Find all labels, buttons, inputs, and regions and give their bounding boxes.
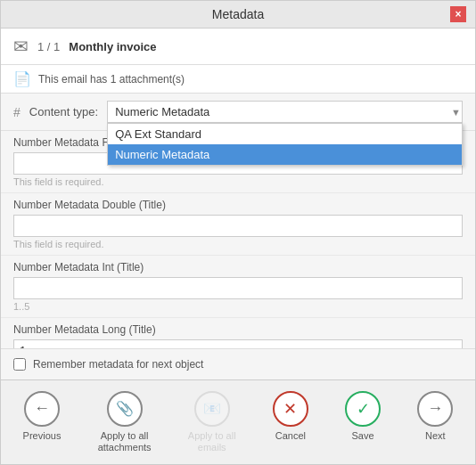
field-label-3: Number Metadata Long (Title) bbox=[13, 323, 463, 336]
footer: ← Previous 📎 Apply to allattachments 📧 A… bbox=[1, 379, 475, 464]
field-hint-1: This field is required. bbox=[13, 239, 463, 249]
content-type-section: # Content type: Numeric Metadata ▼ QA Ex… bbox=[1, 94, 475, 131]
document-icon: 📄 bbox=[13, 70, 31, 87]
previous-label: Previous bbox=[23, 430, 62, 442]
field-group-2: Number Metadata Int (Title) 1..5 bbox=[1, 256, 475, 318]
content-type-dropdown: QA Ext Standard Numeric Metadata bbox=[107, 123, 463, 166]
cancel-label: Cancel bbox=[275, 430, 306, 442]
metadata-dialog: Metadata × ✉ 1 / 1 Monthly invoice 📄 Thi… bbox=[0, 0, 476, 465]
previous-button[interactable]: ← Previous bbox=[14, 388, 70, 457]
field-hint-2: 1..5 bbox=[13, 301, 463, 312]
content-type-select-container: Numeric Metadata ▼ QA Ext Standard Numer… bbox=[107, 101, 463, 123]
content-type-row: # Content type: Numeric Metadata ▼ QA Ex… bbox=[1, 94, 475, 131]
apply-emails-label: Apply to allemails bbox=[188, 430, 236, 453]
dropdown-item-qa[interactable]: QA Ext Standard bbox=[108, 124, 462, 144]
paperclip-icon: 📎 bbox=[107, 391, 143, 427]
save-icon: ✓ bbox=[345, 391, 381, 427]
save-button[interactable]: ✓ Save bbox=[336, 388, 390, 457]
next-label: Next bbox=[425, 430, 446, 442]
content-type-select[interactable]: Numeric Metadata bbox=[107, 101, 463, 123]
content-type-label: Content type: bbox=[29, 105, 98, 118]
apply-emails-button[interactable]: 📧 Apply to allemails bbox=[179, 388, 245, 457]
dialog-title: Metadata bbox=[26, 7, 450, 21]
field-hint-0: This field is required. bbox=[13, 176, 463, 187]
field-label-2: Number Metadata Int (Title) bbox=[13, 261, 463, 273]
hash-icon: # bbox=[13, 105, 21, 119]
next-button[interactable]: → Next bbox=[408, 388, 462, 457]
title-bar: Metadata × bbox=[1, 1, 475, 29]
field-group-3: Number Metadata Long (Title) bbox=[1, 318, 475, 348]
next-icon: → bbox=[417, 391, 453, 427]
email-counter: 1 / 1 bbox=[37, 40, 60, 53]
email-title: Monthly invoice bbox=[69, 40, 156, 53]
close-button[interactable]: × bbox=[450, 6, 466, 22]
email-icon: ✉ bbox=[13, 36, 29, 57]
cancel-icon: ✕ bbox=[273, 391, 308, 427]
field-label-1: Number Metadata Double (Title) bbox=[13, 199, 463, 211]
email-header: ✉ 1 / 1 Monthly invoice bbox=[1, 29, 475, 65]
apply-attachments-button[interactable]: 📎 Apply to allattachments bbox=[89, 388, 160, 457]
previous-icon: ← bbox=[24, 391, 60, 427]
field-input-2[interactable] bbox=[13, 277, 463, 299]
remember-label: Remember metadata for next object bbox=[33, 358, 203, 371]
remember-checkbox[interactable] bbox=[13, 358, 26, 371]
dropdown-item-numeric[interactable]: Numeric Metadata bbox=[108, 144, 462, 165]
apply-attachments-label: Apply to allattachments bbox=[98, 430, 152, 453]
remember-row: Remember metadata for next object bbox=[1, 348, 475, 379]
cancel-button[interactable]: ✕ Cancel bbox=[264, 388, 317, 457]
field-group-1: Number Metadata Double (Title) This fiel… bbox=[1, 193, 475, 256]
save-label: Save bbox=[352, 430, 374, 442]
apply-emails-icon: 📧 bbox=[194, 391, 230, 427]
field-input-3[interactable] bbox=[13, 339, 463, 348]
dialog-body: ✉ 1 / 1 Monthly invoice 📄 This email has… bbox=[1, 29, 475, 464]
attachment-text: This email has 1 attachment(s) bbox=[38, 73, 185, 86]
attachment-row: 📄 This email has 1 attachment(s) bbox=[1, 65, 475, 94]
field-input-1[interactable] bbox=[13, 215, 463, 237]
